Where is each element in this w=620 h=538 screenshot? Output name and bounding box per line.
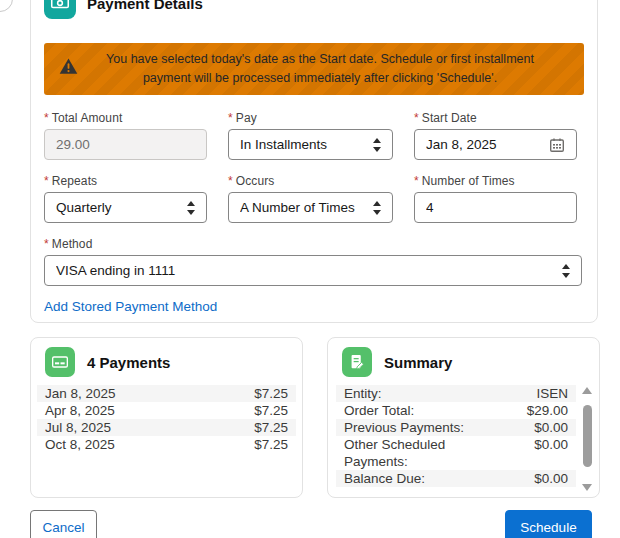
number-of-times-input[interactable]: 4 bbox=[414, 192, 577, 223]
summary-scrollbar[interactable] bbox=[581, 385, 593, 493]
summary-label: Previous Payments: bbox=[344, 419, 534, 436]
field-start-date: *Start Date Jan 8, 2025 bbox=[414, 111, 577, 160]
calendar-icon[interactable] bbox=[549, 137, 565, 153]
schedule-button[interactable]: Schedule bbox=[505, 510, 592, 538]
field-total-amount: *Total Amount 29.00 bbox=[44, 111, 207, 160]
summary-value: $0.00 bbox=[534, 470, 568, 487]
warning-text: You have selected today's date as the St… bbox=[96, 50, 544, 88]
summary-row: Order Total: $29.00 bbox=[336, 402, 576, 419]
label-text: Method bbox=[52, 237, 93, 251]
summary-card-header: Summary bbox=[328, 338, 599, 384]
payment-amount: $7.25 bbox=[254, 402, 288, 419]
field-method: *Method VISA ending in 1111 bbox=[44, 237, 584, 286]
summary-list: Entity: ISEN Order Total: $29.00 Previou… bbox=[336, 385, 576, 493]
summary-row: Balance Due: $0.00 bbox=[336, 470, 576, 487]
input-value: 29.00 bbox=[56, 137, 195, 152]
scrollbar-thumb[interactable] bbox=[583, 405, 592, 467]
input-value: Jan 8, 2025 bbox=[426, 137, 549, 152]
payments-card-title: 4 Payments bbox=[87, 354, 170, 371]
summary-value: $0.00 bbox=[534, 419, 568, 436]
method-label: *Method bbox=[44, 237, 584, 251]
payment-amount: $7.25 bbox=[254, 436, 288, 453]
summary-row: Previous Payments: $0.00 bbox=[336, 419, 576, 436]
start-date-label: *Start Date bbox=[414, 111, 577, 125]
label-text: Start Date bbox=[422, 111, 477, 125]
selected-value: Quarterly bbox=[56, 200, 181, 215]
selected-value: In Installments bbox=[240, 137, 367, 152]
required-asterisk: * bbox=[414, 111, 419, 125]
repeats-select[interactable]: Quarterly bbox=[44, 192, 207, 223]
spinner-arrows-icon[interactable] bbox=[373, 201, 381, 215]
summary-value: $29.00 bbox=[527, 402, 568, 419]
payments-card-header: 4 Payments bbox=[31, 338, 302, 384]
summary-label: Balance Due: bbox=[344, 470, 534, 487]
payments-card: 4 Payments Jan 8, 2025 $7.25 Apr 8, 2025… bbox=[30, 337, 303, 498]
selected-value: VISA ending in 1111 bbox=[56, 263, 556, 278]
page-title: Payment Details bbox=[87, 0, 203, 12]
number-of-times-label: *Number of Times bbox=[414, 174, 577, 188]
payment-details-panel: Payment Details You have selected today'… bbox=[30, 0, 598, 323]
pay-label: *Pay bbox=[228, 111, 393, 125]
spinner-arrows-icon[interactable] bbox=[187, 201, 195, 215]
required-asterisk: * bbox=[228, 174, 233, 188]
field-pay: *Pay In Installments bbox=[228, 111, 393, 160]
label-text: Total Amount bbox=[52, 111, 123, 125]
field-occurs: *Occurs A Number of Times bbox=[228, 174, 393, 223]
label-text: Pay bbox=[236, 111, 257, 125]
payment-row: Jul 8, 2025 $7.25 bbox=[37, 419, 296, 436]
add-stored-payment-method-link[interactable]: Add Stored Payment Method bbox=[44, 299, 217, 314]
cancel-button[interactable]: Cancel bbox=[30, 510, 97, 538]
warning-triangle-icon bbox=[59, 58, 78, 81]
start-date-input[interactable]: Jan 8, 2025 bbox=[414, 129, 577, 160]
required-asterisk: * bbox=[44, 174, 49, 188]
field-number-of-times: *Number of Times 4 bbox=[414, 174, 577, 223]
required-asterisk: * bbox=[44, 111, 49, 125]
payment-row: Oct 8, 2025 $7.25 bbox=[37, 436, 296, 453]
summary-value: ISEN bbox=[536, 385, 568, 402]
selected-value: A Number of Times bbox=[240, 200, 367, 215]
payment-date: Oct 8, 2025 bbox=[45, 436, 254, 453]
summary-label: Order Total: bbox=[344, 402, 527, 419]
payment-icon bbox=[44, 0, 76, 19]
required-asterisk: * bbox=[44, 237, 49, 251]
total-amount-label: *Total Amount bbox=[44, 111, 207, 125]
summary-label: Entity: bbox=[344, 385, 536, 402]
payment-form: *Total Amount 29.00 *Pay In Installments… bbox=[44, 111, 584, 223]
payment-date: Jul 8, 2025 bbox=[45, 419, 254, 436]
label-text: Number of Times bbox=[422, 174, 515, 188]
label-text: Occurs bbox=[236, 174, 275, 188]
payment-date: Jan 8, 2025 bbox=[45, 385, 254, 402]
summary-row: Other Scheduled Payments: $0.00 bbox=[336, 436, 576, 470]
panel-header: Payment Details bbox=[44, 0, 584, 19]
input-value: 4 bbox=[426, 200, 565, 215]
scroll-down-icon[interactable] bbox=[582, 484, 592, 491]
summary-card-title: Summary bbox=[384, 354, 452, 371]
warning-banner: You have selected today's date as the St… bbox=[44, 43, 584, 95]
repeats-label: *Repeats bbox=[44, 174, 207, 188]
summary-body: Entity: ISEN Order Total: $29.00 Previou… bbox=[336, 385, 593, 493]
scroll-up-icon[interactable] bbox=[582, 387, 592, 394]
method-select[interactable]: VISA ending in 1111 bbox=[44, 255, 582, 286]
payment-amount: $7.25 bbox=[254, 385, 288, 402]
occurs-select[interactable]: A Number of Times bbox=[228, 192, 393, 223]
required-asterisk: * bbox=[228, 111, 233, 125]
payment-row: Jan 8, 2025 $7.25 bbox=[37, 385, 296, 402]
required-asterisk: * bbox=[414, 174, 419, 188]
label-text: Repeats bbox=[52, 174, 97, 188]
credit-card-icon bbox=[45, 347, 75, 377]
spinner-arrows-icon[interactable] bbox=[373, 138, 381, 152]
field-repeats: *Repeats Quarterly bbox=[44, 174, 207, 223]
payment-row: Apr 8, 2025 $7.25 bbox=[37, 402, 296, 419]
summary-note-icon bbox=[342, 347, 372, 377]
total-amount-input: 29.00 bbox=[44, 129, 207, 160]
occurs-label: *Occurs bbox=[228, 174, 393, 188]
summary-row: Entity: ISEN bbox=[336, 385, 576, 402]
cropped-corner-decoration bbox=[0, 0, 13, 12]
summary-card: Summary Entity: ISEN Order Total: $29.00… bbox=[327, 337, 600, 498]
pay-select[interactable]: In Installments bbox=[228, 129, 393, 160]
spinner-arrows-icon[interactable] bbox=[562, 264, 570, 278]
payment-date: Apr 8, 2025 bbox=[45, 402, 254, 419]
payment-amount: $7.25 bbox=[254, 419, 288, 436]
summary-label: Other Scheduled Payments: bbox=[344, 436, 494, 470]
summary-value: $0.00 bbox=[534, 436, 568, 453]
